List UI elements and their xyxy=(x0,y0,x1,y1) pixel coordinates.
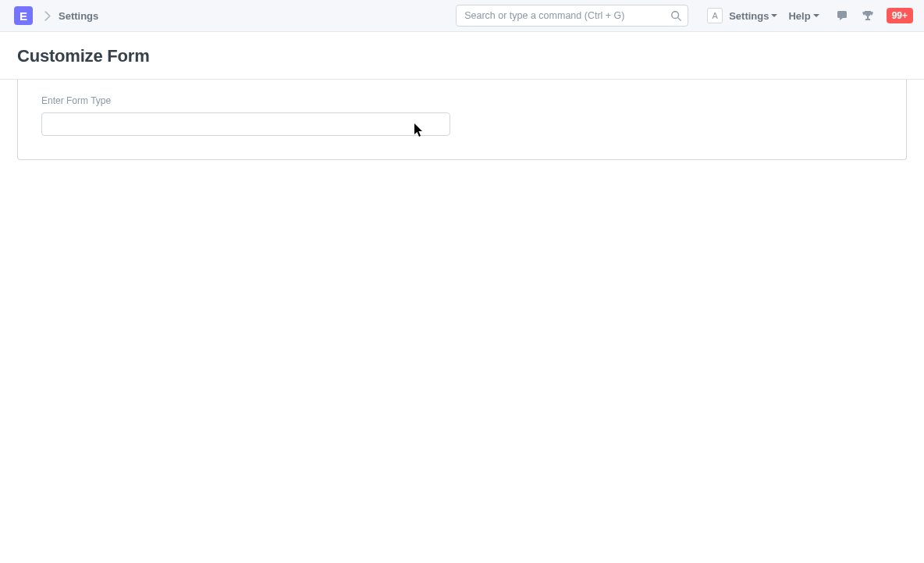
search-wrap xyxy=(456,5,688,27)
caret-down-icon xyxy=(813,14,819,18)
settings-dropdown[interactable]: Settings xyxy=(729,10,777,22)
keyboard-shortcut-indicator[interactable]: A xyxy=(707,8,723,23)
settings-dropdown-label: Settings xyxy=(729,10,769,22)
help-dropdown-label: Help xyxy=(788,10,810,22)
breadcrumb-settings[interactable]: Settings xyxy=(59,10,98,22)
search-input[interactable] xyxy=(456,5,688,27)
trophy-icon[interactable] xyxy=(862,9,874,22)
svg-rect-4 xyxy=(865,19,870,20)
app-logo-letter: E xyxy=(20,9,27,23)
help-dropdown[interactable]: Help xyxy=(788,10,819,22)
caret-down-icon xyxy=(771,14,777,18)
page-title: Customize Form xyxy=(17,46,907,66)
notifications-count: 99+ xyxy=(892,10,908,21)
app-logo[interactable]: E xyxy=(14,6,33,25)
page-head: Customize Form xyxy=(0,32,924,80)
page-body: Enter Form Type xyxy=(0,80,924,160)
chevron-right-icon xyxy=(44,11,51,21)
keyboard-shortcut-letter: A xyxy=(713,11,718,20)
navbar: E Settings A Settings Help 99+ xyxy=(0,0,924,32)
svg-rect-2 xyxy=(837,11,847,18)
chat-icon[interactable] xyxy=(837,9,849,22)
notifications-badge[interactable]: 99+ xyxy=(887,8,913,23)
form-type-input[interactable] xyxy=(41,112,450,136)
svg-rect-3 xyxy=(867,16,869,19)
form-type-label: Enter Form Type xyxy=(41,95,883,106)
form-card: Enter Form Type xyxy=(17,80,907,160)
